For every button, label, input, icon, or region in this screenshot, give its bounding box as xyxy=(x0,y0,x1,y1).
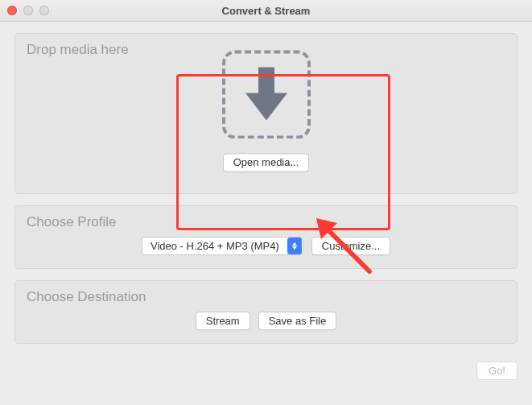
stream-button[interactable]: Stream xyxy=(196,312,250,330)
save-as-file-button[interactable]: Save as File xyxy=(258,312,337,330)
drop-target-icon xyxy=(222,50,311,138)
drop-media-panel[interactable]: Drop media here Open media... xyxy=(14,33,518,194)
profile-panel-title: Choose Profile xyxy=(27,214,505,230)
open-media-button[interactable]: Open media... xyxy=(223,153,310,172)
profile-select[interactable]: Video - H.264 + MP3 (MP4) xyxy=(142,237,303,255)
download-arrow-icon xyxy=(242,64,291,125)
titlebar: Convert & Stream xyxy=(0,0,532,22)
profile-select-value: Video - H.264 + MP3 (MP4) xyxy=(151,240,279,252)
select-arrows-icon xyxy=(287,238,302,254)
window-title: Convert & Stream xyxy=(0,5,532,17)
footer-row: Go! xyxy=(0,362,532,380)
choose-destination-panel: Choose Destination Stream Save as File xyxy=(14,280,518,344)
go-button[interactable]: Go! xyxy=(476,362,518,380)
content-area: Drop media here Open media... Choose Pro… xyxy=(0,22,532,362)
choose-profile-panel: Choose Profile Video - H.264 + MP3 (MP4)… xyxy=(14,205,518,269)
destination-panel-title: Choose Destination xyxy=(27,289,505,305)
customize-button[interactable]: Customize... xyxy=(311,237,390,255)
